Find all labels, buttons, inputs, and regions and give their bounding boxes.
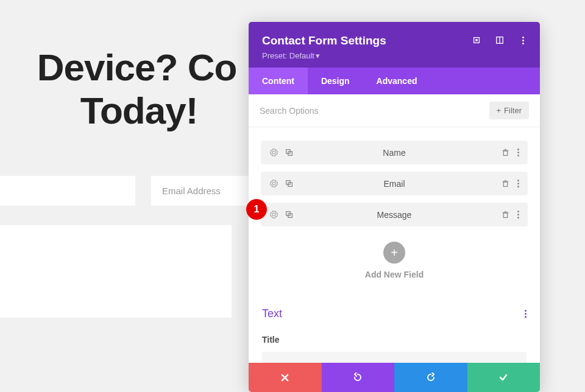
title-input[interactable] [262,352,526,363]
tab-content[interactable]: Content [249,68,308,94]
field-label: Email [383,179,405,189]
plus-icon: + [391,246,398,260]
svg-rect-16 [503,213,508,217]
search-input[interactable]: Search Options [260,106,319,116]
tab-design[interactable]: Design [308,68,363,94]
field-row-message[interactable]: Message [261,203,528,226]
undo-button[interactable] [322,363,395,392]
more-icon[interactable] [518,35,528,45]
svg-rect-1 [475,39,478,41]
cancel-button[interactable] [249,363,322,392]
filter-button[interactable]: + Filter [489,102,529,119]
duplicate-icon[interactable] [285,210,294,219]
gear-icon[interactable] [269,179,278,188]
trash-icon[interactable] [501,148,510,157]
duplicate-icon[interactable] [285,179,294,188]
preset-selector[interactable]: Preset: Default▾ [262,51,526,60]
undo-icon [353,373,363,382]
trash-icon[interactable] [501,179,510,188]
more-icon[interactable] [517,211,519,219]
expand-icon[interactable] [472,35,481,45]
more-icon[interactable] [517,149,519,156]
gear-icon[interactable] [269,148,278,157]
settings-modal: Contact Form Settings Preset: Default▾ C… [249,22,540,392]
duplicate-icon[interactable] [285,148,294,157]
layout-icon[interactable] [495,35,505,45]
field-label: Name [383,148,405,158]
gear-icon[interactable] [269,210,278,219]
svg-rect-11 [503,182,508,186]
add-field-button[interactable]: + [383,242,405,264]
tabs: Content Design Advanced [249,68,540,94]
message-textarea[interactable] [0,225,232,318]
field-row-name[interactable]: Name [261,141,528,164]
confirm-button[interactable] [467,363,541,392]
annotation-badge: 1 [246,199,267,220]
name-input[interactable] [0,176,135,206]
redo-button[interactable] [394,363,467,392]
close-icon [280,373,289,382]
title-label: Title [262,335,526,345]
field-row-email[interactable]: Email [261,172,528,195]
section-title[interactable]: Text [262,307,282,320]
more-icon[interactable] [525,310,526,318]
check-icon [498,373,508,382]
modal-header: Contact Form Settings Preset: Default▾ [249,22,540,68]
more-icon[interactable] [517,180,519,187]
redo-icon [426,373,436,382]
trash-icon[interactable] [501,210,510,219]
field-label: Message [377,210,412,220]
tab-advanced[interactable]: Advanced [363,68,431,94]
plus-icon: + [497,106,502,115]
chevron-down-icon: ▾ [316,51,320,60]
add-field-label: Add New Field [249,270,540,279]
page-heading: Device? CoToday! [11,46,267,133]
svg-rect-6 [503,151,508,155]
